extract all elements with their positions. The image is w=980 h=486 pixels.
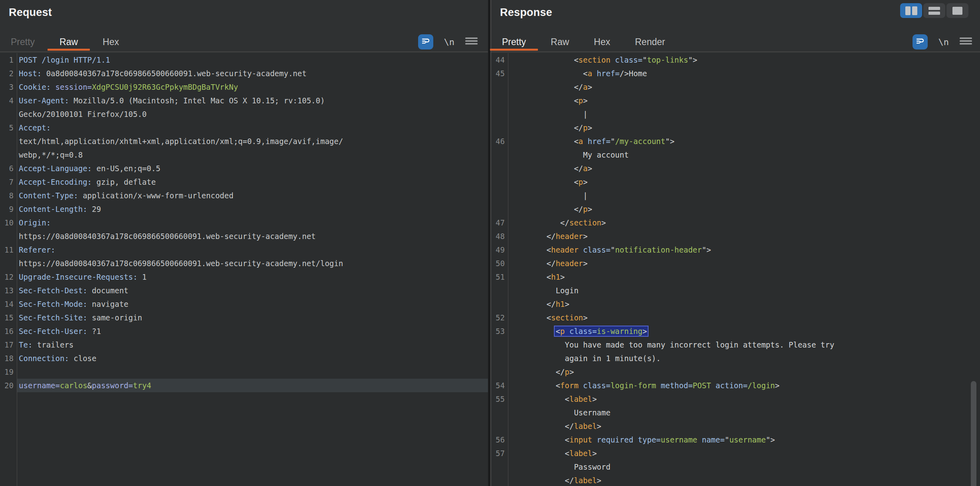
code-line[interactable]: </a>: [491, 80, 980, 94]
code-token: >: [560, 273, 565, 281]
code-line[interactable]: Password: [491, 460, 980, 474]
code-line[interactable]: My account: [491, 148, 980, 162]
code-token: login-form: [611, 381, 656, 390]
code-line[interactable]: 13Sec-Fetch-Dest: document: [0, 284, 488, 297]
code-line[interactable]: 56<input required type=username name="us…: [491, 433, 980, 446]
code-line[interactable]: Gecko/20100101 Firefox/105.0: [0, 107, 488, 121]
code-line[interactable]: You have made too many incorrect login a…: [491, 338, 980, 352]
code-line[interactable]: 45<a href=/>Home: [491, 67, 980, 80]
code-token: [711, 381, 715, 390]
code-line[interactable]: 1POST /login HTTP/1.1: [0, 53, 488, 67]
code-line[interactable]: 47</section>: [491, 216, 980, 229]
code-line[interactable]: 53<p class=is-warning>: [491, 324, 980, 338]
scrollbar-thumb[interactable]: [971, 381, 976, 486]
code-line[interactable]: |: [491, 107, 980, 121]
code-token: >: [587, 164, 592, 173]
code-token: a: [587, 69, 597, 78]
code-line[interactable]: 52<section>: [491, 311, 980, 324]
layout-single-button[interactable]: [946, 3, 968, 18]
code-token: p: [583, 205, 587, 213]
code-line[interactable]: 6Accept-Language: en-US,en;q=0.5: [0, 162, 488, 175]
tab-raw[interactable]: Raw: [60, 32, 78, 51]
code-line[interactable]: again in 1 minute(s).: [491, 352, 980, 365]
code-line[interactable]: 7Accept-Encoding: gzip, deflate: [0, 175, 488, 189]
code-line[interactable]: <p>: [491, 175, 980, 189]
tab-render[interactable]: Render: [635, 32, 665, 51]
code-line[interactable]: webp,*/*;q=0.8: [0, 148, 488, 162]
code-line[interactable]: https://0a8d00840367a178c069866500660091…: [0, 257, 488, 270]
code-line[interactable]: 55<label>: [491, 392, 980, 406]
code-line[interactable]: 15Sec-Fetch-Site: same-origin: [0, 311, 488, 324]
menu-icon[interactable]: [960, 36, 972, 47]
tab-hex[interactable]: Hex: [594, 32, 610, 51]
selected-token[interactable]: <p class=is-warning>: [555, 326, 648, 336]
code-token: Login: [555, 286, 578, 295]
tab-pretty[interactable]: Pretty: [502, 32, 526, 51]
code-token: label: [574, 476, 597, 485]
code-line[interactable]: 19: [0, 365, 488, 379]
line-number: 49: [491, 243, 508, 257]
line-number: [491, 352, 508, 365]
code-line[interactable]: 16Sec-Fetch-User: ?1: [0, 324, 488, 338]
code-line[interactable]: 11Referer:: [0, 243, 488, 257]
code-line[interactable]: https://0a8d00840367a178c069866500660091…: [0, 229, 488, 243]
code-line[interactable]: 51<h1>: [491, 270, 980, 284]
code-line[interactable]: 9Content-Length: 29: [0, 202, 488, 216]
code-line[interactable]: </p>: [491, 121, 980, 134]
code-line[interactable]: 3Cookie: session=XdgPCSU0j92R63GcPpkymBD…: [0, 80, 488, 94]
code-token: href=: [587, 137, 610, 146]
code-line[interactable]: </h1>: [491, 297, 980, 311]
code-line[interactable]: text/html,application/xhtml+xml,applicat…: [0, 134, 488, 148]
code-line[interactable]: 17Te: trailers: [0, 338, 488, 352]
code-line[interactable]: 46<a href="/my-account">: [491, 134, 980, 148]
code-token: <: [547, 273, 551, 281]
line-number: 11: [0, 243, 17, 257]
tab-pretty[interactable]: Pretty: [11, 32, 35, 51]
tab-raw[interactable]: Raw: [551, 32, 569, 51]
code-line[interactable]: 8Content-Type: application/x-www-form-ur…: [0, 189, 488, 202]
code-line[interactable]: 5Accept:: [0, 121, 488, 134]
request-editor[interactable]: 1POST /login HTTP/1.12Host: 0a8d00840367…: [0, 53, 488, 486]
line-number: [491, 121, 508, 134]
code-line[interactable]: 48</header>: [491, 229, 980, 243]
code-line[interactable]: 49<header class="notification-header">: [491, 243, 980, 257]
show-newlines-button[interactable]: \n: [444, 37, 455, 47]
line-number: [491, 107, 508, 121]
code-line[interactable]: <p>: [491, 94, 980, 107]
code-line[interactable]: 10Origin:: [0, 216, 488, 229]
code-token: username=: [19, 381, 60, 390]
tab-hex[interactable]: Hex: [103, 32, 119, 51]
code-line[interactable]: </label>: [491, 419, 980, 433]
code-line[interactable]: 44<section class="top-links">: [491, 53, 980, 67]
code-line[interactable]: Login: [491, 284, 980, 297]
code-token: >: [601, 218, 606, 227]
code-line[interactable]: 2Host: 0a8d00840367a178c069866500660091.…: [0, 67, 488, 80]
response-editor[interactable]: 44<section class="top-links">45<a href=/…: [491, 53, 980, 486]
code-token: <: [574, 96, 578, 105]
code-token: class=: [583, 381, 611, 390]
word-wrap-toggle-button[interactable]: [418, 34, 433, 49]
code-line[interactable]: </p>: [491, 202, 980, 216]
code-line[interactable]: 4User-Agent: Mozilla/5.0 (Macintosh; Int…: [0, 94, 488, 107]
code-line[interactable]: Username: [491, 406, 980, 419]
panel-splitter[interactable]: [488, 0, 491, 486]
code-line[interactable]: </a>: [491, 162, 980, 175]
code-line[interactable]: </label>: [491, 474, 980, 486]
code-line[interactable]: 12Upgrade-Insecure-Requests: 1: [0, 270, 488, 284]
word-wrap-toggle-button[interactable]: [913, 34, 928, 49]
code-line[interactable]: 54<form class=login-form method=POST act…: [491, 379, 980, 392]
code-token: document: [87, 286, 129, 295]
code-token: notification-header: [615, 245, 702, 254]
code-line[interactable]: |: [491, 189, 980, 202]
code-line[interactable]: 57<label>: [491, 446, 980, 460]
code-line[interactable]: 14Sec-Fetch-Mode: navigate: [0, 297, 488, 311]
word-wrap-icon: [421, 36, 430, 47]
code-line[interactable]: 50</header>: [491, 257, 980, 270]
layout-columns-button[interactable]: [900, 3, 922, 18]
show-newlines-button[interactable]: \n: [938, 37, 949, 47]
code-line[interactable]: 18Connection: close: [0, 352, 488, 365]
code-line[interactable]: </p>: [491, 365, 980, 379]
menu-icon[interactable]: [465, 36, 478, 47]
layout-rows-button[interactable]: [923, 3, 945, 18]
code-line[interactable]: 20username=carlos&password=try4: [0, 379, 488, 392]
